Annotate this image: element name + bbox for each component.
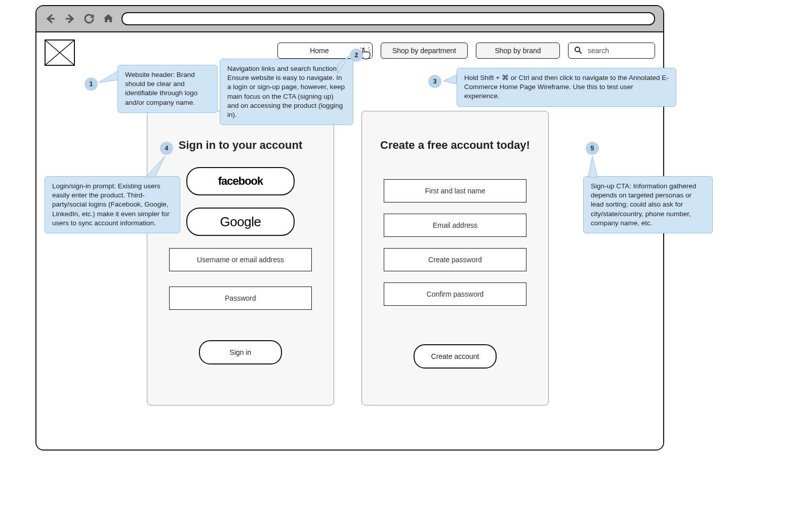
nav-dept-label: Shop by department xyxy=(392,47,456,55)
logo-placeholder-icon xyxy=(45,39,75,66)
signup-email-label: Email address xyxy=(433,221,478,229)
home-icon[interactable] xyxy=(102,13,114,25)
google-login-button[interactable]: Google xyxy=(186,208,295,236)
annotation-note-2: Navigation links and search function: En… xyxy=(220,59,353,125)
svg-point-2 xyxy=(575,47,580,52)
nav-shop-brand[interactable]: Shop by brand xyxy=(476,43,560,59)
nav-home-label: Home xyxy=(310,47,329,55)
annotation-note-1: Website header: Brand should be clear an… xyxy=(117,65,218,113)
annotation-badge-4: 4 xyxy=(160,142,173,155)
annotation-badge-1: 1 xyxy=(85,77,98,91)
signup-name-label: First and last name xyxy=(425,187,485,195)
reload-icon[interactable] xyxy=(83,13,95,25)
nav-shop-department[interactable]: Shop by department xyxy=(381,43,468,59)
signin-button[interactable]: Sign in xyxy=(199,340,282,364)
svg-line-3 xyxy=(579,51,582,54)
signup-title: Create a free account today! xyxy=(380,139,530,152)
facebook-word: facebook xyxy=(218,175,263,188)
signin-title: Sign in to your account xyxy=(179,139,302,152)
forward-icon[interactable] xyxy=(64,13,76,25)
annotation-note-3: Hold Shift + ⌘ or Ctrl and then click to… xyxy=(457,68,676,107)
back-icon[interactable] xyxy=(45,13,57,25)
signup-email-field[interactable]: Email address xyxy=(384,214,526,237)
search-icon xyxy=(574,46,583,56)
signin-password-field[interactable]: Password xyxy=(169,287,312,310)
signin-panel: Sign in to your account facebook Google … xyxy=(147,111,334,405)
annotation-note-4: Login/sign-in prompt: Existing users eas… xyxy=(45,176,180,233)
search-placeholder: search xyxy=(588,47,609,55)
signin-username-label: Username or email address xyxy=(197,256,284,264)
create-account-button[interactable]: Create account xyxy=(414,344,497,369)
signin-password-label: Password xyxy=(225,294,256,302)
signin-username-field[interactable]: Username or email address xyxy=(169,248,312,271)
annotation-badge-5: 5 xyxy=(586,142,599,155)
primary-nav: Home Shop by department Shop by brand se… xyxy=(277,43,655,59)
signup-confirm-field[interactable]: Confirm password xyxy=(384,282,526,306)
search-input[interactable]: search xyxy=(568,43,655,59)
signup-password-label: Create password xyxy=(428,256,482,264)
nav-brand-label: Shop by brand xyxy=(495,47,541,55)
browser-toolbar xyxy=(36,6,663,32)
facebook-login-button[interactable]: facebook xyxy=(186,167,295,195)
annotation-badge-3: 3 xyxy=(428,75,441,88)
signup-panel: Create a free account today! First and l… xyxy=(361,111,549,405)
create-account-label: Create account xyxy=(431,352,479,360)
signup-confirm-label: Confirm password xyxy=(427,290,484,298)
signup-name-field[interactable]: First and last name xyxy=(384,179,526,202)
annotation-note-5: Sign-up CTA: Information gathered depend… xyxy=(583,176,713,233)
url-bar[interactable] xyxy=(121,12,655,25)
signin-button-label: Sign in xyxy=(230,348,252,356)
google-word: Google xyxy=(220,214,261,230)
signup-password-field[interactable]: Create password xyxy=(384,248,526,271)
